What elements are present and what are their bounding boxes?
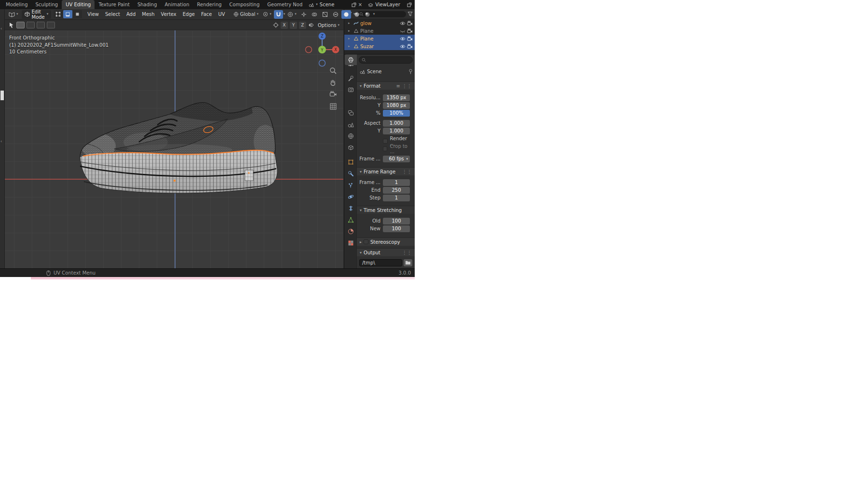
mode-dropdown[interactable]: Edit Mode ▾	[22, 10, 52, 19]
disable-render-camera-icon[interactable]	[407, 28, 413, 33]
outliner-row-plane-selected[interactable]: ▸ Plane	[344, 35, 415, 42]
disable-render-camera-icon[interactable]	[407, 21, 413, 26]
expand-arrow-icon[interactable]: ▸	[348, 29, 352, 33]
shading-rendered-button[interactable]	[363, 10, 372, 19]
scene-name[interactable]: Scene	[320, 2, 350, 7]
tab-compositing[interactable]: Compositing	[226, 0, 264, 9]
tab-modeling[interactable]: Modeling	[2, 0, 32, 9]
menu-uv[interactable]: UV	[216, 12, 228, 17]
shoe-mesh[interactable]	[73, 100, 281, 201]
tab-texture-paint[interactable]: Texture Paint	[95, 0, 134, 9]
frame-start-field[interactable]: 1	[383, 179, 410, 186]
expand-arrow-icon[interactable]: ▸	[348, 44, 352, 48]
tab-constraints[interactable]	[345, 203, 357, 213]
viewlayer-selector[interactable]: ViewLayer	[366, 2, 414, 7]
outliner-row-plane-hidden[interactable]: ▸ Plane	[344, 27, 415, 35]
menu-view[interactable]: View	[84, 12, 102, 17]
pivot-point-button[interactable]: ▾	[261, 10, 273, 19]
tab-physics[interactable]	[345, 191, 357, 202]
stereoscopy-checkbox[interactable]	[364, 239, 368, 244]
tab-geometry-nodes[interactable]: Geometry Nod	[263, 0, 306, 9]
collapsed-uv-editor-strip[interactable]: ‹ ‹	[0, 9, 5, 268]
menu-mesh[interactable]: Mesh	[139, 12, 157, 17]
shading-material-button[interactable]	[352, 10, 362, 19]
expand-arrow-icon[interactable]: ▸	[348, 21, 352, 25]
select-intersect-button[interactable]	[47, 22, 55, 28]
output-path-input[interactable]: /tmp\	[359, 259, 402, 266]
options-dropdown[interactable]: Options ▾	[316, 23, 339, 28]
tab-sculpting[interactable]: Sculpting	[32, 0, 62, 9]
snap-magnet-button[interactable]	[274, 10, 283, 19]
orthographic-grid-icon[interactable]	[329, 103, 338, 111]
unlink-scene-icon[interactable]: ×	[358, 2, 362, 7]
resolution-y-field[interactable]: 1080 px	[383, 102, 410, 109]
menu-face[interactable]: Face	[198, 12, 215, 17]
transform-orientation-dropdown[interactable]: Global ▾	[231, 10, 260, 19]
menu-select[interactable]: Select	[102, 12, 123, 17]
crop-region-checkbox[interactable]	[383, 146, 387, 151]
xray-button[interactable]	[320, 10, 330, 19]
frame-rate-dropdown[interactable]: 60 fps▾	[383, 156, 410, 162]
mirror-y-button[interactable]: Y	[290, 22, 297, 29]
proportional-editing-button[interactable]: ▾	[285, 10, 298, 19]
object-name[interactable]: Suzar	[360, 44, 398, 49]
tab-material[interactable]	[345, 226, 357, 237]
overlays-button[interactable]	[310, 10, 319, 19]
panel-header-frame-range[interactable]: ▾ Frame Range ⋮⋮	[357, 167, 415, 175]
tab-rendering[interactable]: Rendering	[193, 0, 226, 9]
mirror-x-button[interactable]: X	[281, 22, 288, 29]
time-old-field[interactable]: 100	[383, 218, 410, 224]
time-new-field[interactable]: 100	[383, 225, 410, 232]
object-name[interactable]: Plane	[360, 36, 398, 41]
menu-vertex[interactable]: Vertex	[158, 12, 179, 17]
object-name[interactable]: Plane	[360, 28, 398, 34]
camera-view-icon[interactable]	[329, 91, 338, 99]
tab-modifiers[interactable]	[345, 168, 357, 179]
tab-tool[interactable]	[345, 73, 357, 83]
select-mode-face-button[interactable]	[73, 10, 82, 18]
transform-pivot-icon[interactable]	[273, 22, 279, 28]
resolution-x-field[interactable]: 1350 px	[383, 94, 410, 101]
navigation-gizmo[interactable]: Z X Y	[304, 31, 340, 68]
tab-shading[interactable]: Shading	[134, 0, 161, 9]
select-new-button[interactable]	[16, 22, 25, 28]
expand-left-icon[interactable]: ‹	[0, 139, 2, 144]
snap-target-icon[interactable]	[308, 22, 314, 28]
frame-end-field[interactable]: 250	[383, 187, 410, 194]
panel-options-icon[interactable]: ⋮⋮	[402, 169, 412, 174]
tab-output[interactable]	[345, 54, 357, 65]
frame-step-field[interactable]: 1	[383, 195, 410, 201]
tab-object-data[interactable]	[345, 214, 357, 225]
disable-render-camera-icon[interactable]	[407, 44, 413, 49]
zoom-icon[interactable]	[329, 67, 338, 76]
hide-eye-closed-icon[interactable]	[400, 29, 406, 33]
new-viewlayer-icon[interactable]	[407, 2, 412, 7]
outliner-row-glow[interactable]: ▸ glow	[344, 19, 415, 27]
select-subtract-button[interactable]	[37, 22, 45, 28]
tab-scene[interactable]	[345, 119, 357, 130]
tab-object[interactable]	[345, 157, 357, 167]
object-name[interactable]: glow	[360, 21, 398, 26]
tab-render[interactable]	[345, 84, 357, 95]
resolution-pct-slider[interactable]: 100%	[383, 110, 410, 117]
mirror-z-button[interactable]: Z	[299, 22, 306, 29]
select-extend-button[interactable]	[27, 22, 35, 28]
aspect-y-field[interactable]: 1.000	[383, 128, 410, 134]
viewport-3d[interactable]: Front Orthographic (1) 20220202_AF1Summi…	[5, 30, 343, 268]
panel-header-stereoscopy[interactable]: ▸ Stereoscopy	[357, 237, 415, 246]
editor-type-button[interactable]: ▾	[7, 10, 20, 19]
tab-animation[interactable]: Animation	[161, 0, 193, 9]
presets-icon[interactable]: ≡	[396, 83, 400, 89]
show-gizmo-button[interactable]	[299, 10, 309, 19]
hide-eye-icon[interactable]	[400, 37, 406, 41]
expand-arrow-icon[interactable]: ▸	[348, 37, 352, 40]
new-scene-icon[interactable]	[352, 2, 356, 7]
tab-collection[interactable]	[345, 142, 357, 153]
panel-header-output[interactable]: ▾ Output ⋮⋮	[357, 248, 415, 256]
tab-uv-editing[interactable]: UV Editing	[62, 0, 95, 9]
pan-hand-icon[interactable]	[329, 79, 338, 87]
properties-search-input[interactable]	[359, 56, 413, 64]
breadcrumb-scene[interactable]: Scene	[367, 69, 382, 74]
select-mode-edge-button[interactable]	[63, 10, 72, 18]
tab-view-layer[interactable]	[345, 107, 357, 118]
